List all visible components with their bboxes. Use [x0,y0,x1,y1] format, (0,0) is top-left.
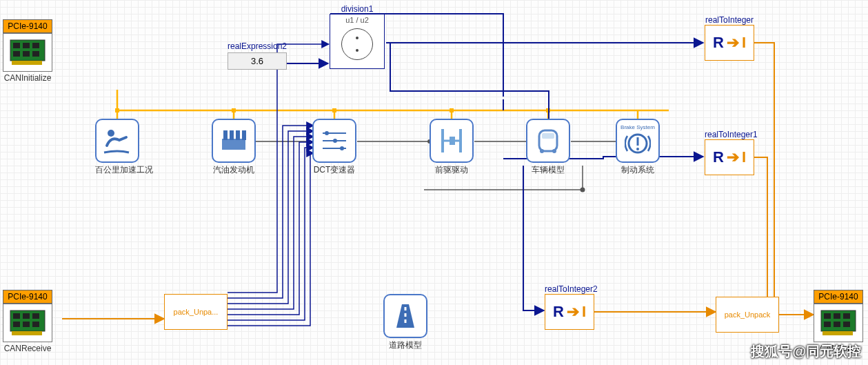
svg-rect-4 [546,108,550,112]
real-to-integer1-block[interactable]: realToInteger1 R➔I [705,130,758,175]
svg-rect-19 [236,130,240,140]
pack-unpack-right-block[interactable]: pack_Unpack [716,297,779,333]
can-receive-block[interactable]: PCIe-9140 CANReceive [3,290,52,353]
svg-point-37 [636,148,639,150]
svg-point-24 [325,131,329,135]
division1-block[interactable]: division1 u1 / u2 [330,4,385,69]
svg-rect-43 [13,322,20,327]
svg-rect-17 [223,130,228,140]
svg-rect-51 [824,322,831,327]
svg-rect-8 [13,43,20,48]
label: realExpression2 [228,41,287,51]
vehicle-icon [526,119,570,163]
svg-rect-52 [834,322,840,327]
svg-point-34 [552,149,556,153]
caption: CANInitialize [3,73,52,83]
value: 3.6 [228,52,287,70]
svg-rect-18 [230,130,234,140]
svg-rect-3 [450,108,454,112]
svg-rect-48 [824,313,831,319]
svg-rect-11 [13,51,20,57]
svg-rect-2 [332,108,336,112]
real-to-integer2-block[interactable]: realToInteger2 R➔I [545,284,598,330]
accel-icon [95,119,139,163]
svg-rect-42 [32,313,39,319]
svg-rect-50 [843,313,850,319]
svg-rect-41 [23,313,30,319]
svg-point-6 [581,188,585,193]
label: realToInteger1 [705,130,758,139]
pcie-label: PCIe-9140 [3,19,52,33]
svg-rect-44 [23,322,30,327]
fwd-block[interactable]: 前驱驱动 [430,119,474,176]
svg-point-15 [108,130,114,137]
r2i-icon: R➔I [545,294,594,330]
caption: 汽油发动机 [212,164,256,176]
svg-rect-9 [23,43,30,48]
label: realToInteger2 [545,284,598,294]
svg-rect-53 [843,322,850,327]
brake-icon: Brake System [616,119,660,163]
svg-rect-40 [13,313,20,319]
svg-rect-46 [12,331,42,335]
pack-unpack-left-block[interactable]: pack_Unpa... [164,294,228,330]
svg-rect-45 [32,322,39,327]
brake-block[interactable]: Brake System 制动系统 [616,119,660,176]
svg-rect-30 [450,137,455,145]
dct-block[interactable]: DCT变速器 [312,119,356,176]
svg-point-33 [540,149,544,153]
svg-point-26 [340,146,344,150]
pack-unpack-icon: pack_Unpack [716,297,779,333]
watermark: 搜狐号@同元软控 [751,342,861,361]
svg-rect-54 [822,331,853,335]
svg-rect-10 [32,43,39,48]
svg-rect-1 [232,108,236,112]
svg-rect-14 [12,61,42,65]
pack-unpack-icon: pack_Unpa... [164,294,228,330]
vehicle-block[interactable]: 车辆模型 [526,119,570,176]
caption: DCT变速器 [312,164,356,176]
accel-block[interactable]: 百公里加速工况 [95,119,153,176]
road-block[interactable]: 道路模型 [383,294,427,351]
fwd-icon [430,119,474,163]
svg-rect-13 [32,51,39,57]
can-initialize-block[interactable]: PCIe-9140 CANInitialize [3,19,52,83]
caption: 制动系统 [616,164,660,176]
caption: CANReceive [3,344,52,353]
engine-icon [212,119,256,163]
svg-rect-16 [222,139,245,150]
engine-block[interactable]: 汽油发动机 [212,119,256,176]
svg-rect-49 [834,313,840,319]
label: realToInteger [705,15,754,25]
r2i-icon: R➔I [705,139,754,175]
pcb-icon [3,33,52,72]
svg-rect-0 [115,108,119,112]
caption: 前驱驱动 [430,164,474,176]
pcb-icon [3,304,52,342]
caption: 车辆模型 [526,164,570,176]
real-expression2-block[interactable]: realExpression2 3.6 [228,41,287,70]
caption: 道路模型 [383,339,427,351]
pcie-label: PCIe-9140 [814,290,863,304]
svg-rect-32 [542,133,554,139]
svg-point-25 [333,139,337,143]
r2i-icon: R➔I [705,25,754,61]
svg-rect-20 [242,130,246,140]
road-icon [383,294,427,338]
label: division1 [330,4,385,14]
caption: 百公里加速工况 [95,164,153,176]
svg-rect-12 [23,51,30,57]
real-to-integer-block[interactable]: realToInteger R➔I [705,15,754,61]
pcie-label: PCIe-9140 [3,290,52,304]
pcb-icon [814,304,863,342]
dct-icon [312,119,356,163]
division-icon: u1 / u2 [330,14,385,69]
